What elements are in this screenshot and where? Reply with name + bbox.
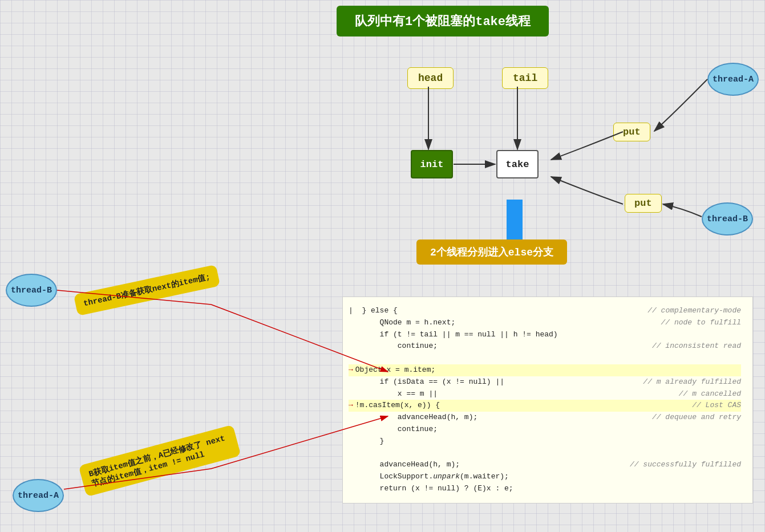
code-block: | } else { // complementary-mode QNode m… [342, 297, 753, 503]
thread-a-to-put-a [654, 79, 707, 131]
code-line-11: continue; [349, 424, 741, 436]
code-line-2: QNode m = h.next; // node to fulfill [349, 317, 741, 329]
init-node: init [411, 150, 453, 178]
code-comment-7: // m already fulfilled [632, 376, 741, 388]
code-line-9: → !m.casItem(x, e)) { // Lost CAS [349, 400, 741, 412]
code-comment-11 [730, 424, 741, 436]
code-comment-1: // complementary-mode [636, 305, 741, 317]
code-comment-6 [730, 364, 741, 376]
code-main-15: LockSupport.unpark(m.waiter); [349, 471, 730, 483]
code-comment-12 [730, 436, 741, 448]
bubble-thread-b: thread-B准备获取next的item值; [74, 265, 220, 316]
code-main-5 [349, 352, 730, 364]
put-a-to-take [551, 132, 623, 160]
code-comment-5 [730, 352, 741, 364]
code-comment-15 [730, 471, 741, 483]
put-a-label: put [613, 123, 650, 141]
arrow-indicator-1: → [349, 364, 353, 376]
code-main-14: advanceHead(h, m); [349, 459, 618, 471]
code-line-16: return (x != null) ? (E)x : e; [349, 483, 741, 495]
code-comment-10: // dequeue and retry [641, 412, 741, 424]
code-main-10: advanceHead(h, m); [349, 412, 641, 424]
arrow-indicator-2: → [349, 400, 353, 412]
code-comment-14: // successfully fulfilled [618, 459, 741, 471]
branch-banner: 2个线程分别进入else分支 [416, 239, 567, 265]
code-line-13 [349, 448, 741, 460]
thread-a-top: thread-A [707, 63, 759, 96]
code-comment-8: // m cancelled [667, 388, 741, 400]
code-main-16: return (x != null) ? (E)x : e; [349, 483, 730, 495]
code-line-1: | } else { // complementary-mode [349, 305, 741, 317]
code-comment-13 [730, 448, 741, 460]
code-comment-4: // inconsistent read [641, 340, 741, 352]
code-line-10: advanceHead(h, m); // dequeue and retry [349, 412, 741, 424]
code-comment-3 [730, 329, 741, 341]
code-comment-16 [730, 483, 741, 495]
code-line-12: } [349, 436, 741, 448]
code-main-9: !m.casItem(x, e)) { [355, 400, 681, 412]
code-main-2: QNode m = h.next; [349, 317, 650, 329]
code-main-6: Object x = m.item; [355, 364, 730, 376]
code-line-6: → Object x = m.item; [349, 364, 741, 376]
code-main-8: x == m || [349, 388, 667, 400]
take-node: take [496, 150, 539, 178]
tail-label: tail [502, 67, 548, 89]
code-main-4: continue; [349, 340, 641, 352]
code-line-14: advanceHead(h, m); // successfully fulfi… [349, 459, 741, 471]
bubble-thread-a: B获取item值之前，A已经修改了 next节点的item值，item != n… [79, 425, 241, 497]
thread-b-to-put-b [663, 204, 702, 217]
code-comment-2: // node to fulfill [650, 317, 741, 329]
put-b-to-take [551, 177, 623, 204]
code-main-11: continue; [349, 424, 730, 436]
title-banner: 队列中有1个被阻塞的take线程 [337, 6, 549, 36]
code-line-15: LockSupport.unpark(m.waiter); [349, 471, 741, 483]
put-b-label: put [625, 194, 662, 213]
thread-a-bottom: thread-A [13, 479, 64, 512]
code-main-7: if (isData == (x != null) || [349, 376, 632, 388]
code-comment-9: // Lost CAS [681, 400, 741, 412]
code-line-3: if (t != tail || m == null || h != head) [349, 329, 741, 341]
code-main-1: | } else { [349, 305, 636, 317]
head-label: head [407, 67, 454, 89]
code-main-13 [349, 448, 730, 460]
code-line-7: if (isData == (x != null) || // m alread… [349, 376, 741, 388]
code-line-8: x == m || // m cancelled [349, 388, 741, 400]
thread-b-left: thread-B [6, 274, 57, 307]
code-main-12: } [349, 436, 730, 448]
thread-b-right: thread-B [702, 202, 753, 235]
code-main-3: if (t != tail || m == null || h != head) [349, 329, 730, 341]
code-line-4: continue; // inconsistent read [349, 340, 741, 352]
code-line-5 [349, 352, 741, 364]
